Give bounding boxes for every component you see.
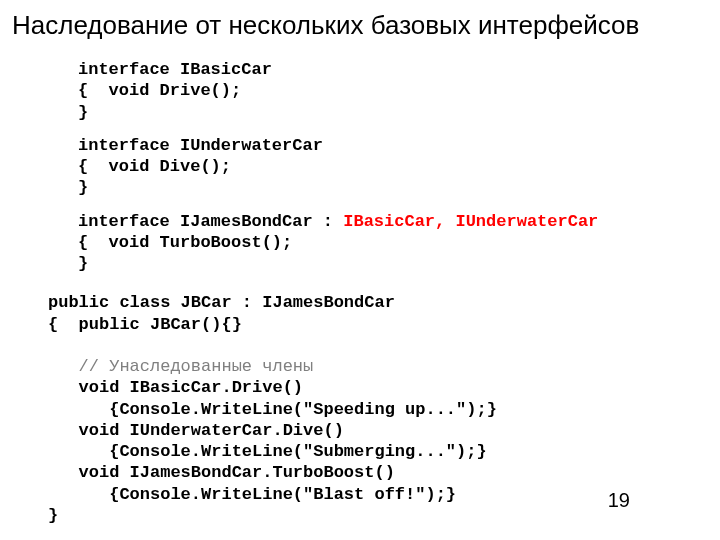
code-line: { void TurboBoost(); xyxy=(78,233,292,252)
code-line: public class JBCar : IJamesBondCar xyxy=(48,293,395,312)
code-line: } xyxy=(48,506,58,525)
code-line: {Console.WriteLine("Blast off!");} xyxy=(48,485,456,504)
code-line: interface IUnderwaterCar xyxy=(78,136,323,155)
code-line: } xyxy=(78,254,88,273)
code-line: void IUnderwaterCar.Dive() xyxy=(48,421,344,440)
code-line: { public JBCar(){} xyxy=(48,315,242,334)
code-interface-ibasiccar: interface IBasicCar { void Drive(); } xyxy=(78,59,720,123)
code-interface-iunderwatercar: interface IUnderwaterCar { void Dive(); … xyxy=(78,135,720,199)
code-line: void IBasicCar.Drive() xyxy=(48,378,303,397)
code-line: } xyxy=(78,103,88,122)
code-line: } xyxy=(78,178,88,197)
code-line: {Console.WriteLine("Submerging...");} xyxy=(48,442,487,461)
code-line: interface IJamesBondCar : xyxy=(78,212,343,231)
code-line: interface IBasicCar xyxy=(78,60,272,79)
slide-title: Наследование от нескольких базовых интер… xyxy=(0,0,720,41)
code-comment: // Унаследованные члены xyxy=(48,357,313,376)
code-line: { void Drive(); xyxy=(78,81,241,100)
code-inheritance-list: IBasicCar, IUnderwaterCar xyxy=(343,212,598,231)
code-line: {Console.WriteLine("Speeding up...");} xyxy=(48,400,497,419)
code-line: void IJamesBondCar.TurboBoost() xyxy=(48,463,395,482)
code-interface-ijamesbondcar: interface IJamesBondCar : IBasicCar, IUn… xyxy=(78,211,720,275)
code-line: { void Dive(); xyxy=(78,157,231,176)
page-number: 19 xyxy=(608,489,630,512)
